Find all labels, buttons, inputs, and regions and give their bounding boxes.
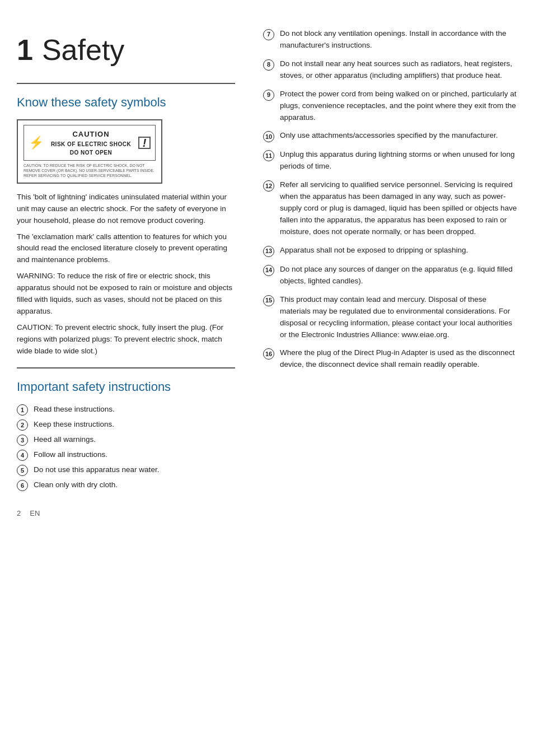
item-number-10: 10 [263, 131, 274, 142]
list-item: 8 Do not install near any heat sources s… [263, 58, 517, 82]
caution-box: ⚡ CAUTION RISK OF ELECTRIC SHOCKDO NOT O… [17, 119, 162, 184]
item-text-6: Clean only with dry cloth. [34, 479, 118, 491]
caution-inner: ⚡ CAUTION RISK OF ELECTRIC SHOCKDO NOT O… [24, 125, 156, 161]
list-item: 3 Heed all warnings. [17, 434, 235, 446]
item-number-9: 9 [263, 90, 274, 101]
paragraph-2: The 'exclamation mark' calls attention t… [17, 231, 235, 267]
exclamation-icon: ! [138, 137, 151, 149]
item-number-3: 3 [17, 435, 28, 446]
item-text-2: Keep these instructions. [34, 419, 114, 430]
item-number-1: 1 [17, 404, 28, 416]
item-number-11: 11 [263, 150, 274, 161]
item-number-7: 7 [263, 29, 274, 40]
caution-title: CAUTION [48, 129, 134, 140]
item-number-15: 15 [263, 295, 274, 306]
chapter-number: 1 [17, 28, 33, 72]
item-text-12: Refer all servicing to qualified service… [280, 179, 517, 238]
item-text-7: Do not block any ventilation openings. I… [280, 28, 517, 52]
caution-text-block: CAUTION RISK OF ELECTRIC SHOCKDO NOT OPE… [48, 129, 134, 157]
left-column: 1 Safety Know these safety symbols ⚡ CAU… [17, 28, 252, 519]
item-text-5: Do not use this apparatus near water. [34, 464, 159, 475]
item-number-2: 2 [17, 419, 28, 431]
list-item: 16 Where the plug of the Direct Plug-in … [263, 347, 517, 371]
list-item: 10 Only use attachments/accessories spec… [263, 130, 517, 142]
chapter-title: Safety [42, 28, 124, 72]
item-number-16: 16 [263, 348, 274, 360]
item-text-4: Follow all instructions. [34, 449, 107, 460]
item-text-14: Do not place any sources of danger on th… [280, 264, 517, 287]
item-number-6: 6 [17, 480, 28, 491]
list-item: 13 Apparatus shall not be exposed to dri… [263, 245, 517, 257]
right-safety-list: 7 Do not block any ventilation openings.… [263, 28, 517, 371]
caution-subtitle: RISK OF ELECTRIC SHOCKDO NOT OPEN [48, 140, 134, 157]
item-number-12: 12 [263, 180, 274, 192]
list-item: 14 Do not place any sources of danger on… [263, 264, 517, 287]
item-number-14: 14 [263, 265, 274, 276]
item-number-5: 5 [17, 465, 28, 476]
item-number-8: 8 [263, 59, 274, 71]
item-text-13: Apparatus shall not be exposed to drippi… [280, 245, 468, 256]
paragraph-4: CAUTION: To prevent electric shock, full… [17, 322, 235, 357]
left-safety-list: 1 Read these instructions. 2 Keep these … [17, 404, 235, 491]
chapter-heading: 1 Safety [17, 28, 235, 72]
item-text-15: This product may contain lead and mercur… [280, 294, 517, 341]
right-column: 7 Do not block any ventilation openings.… [252, 28, 517, 519]
lightning-icon: ⚡ [29, 133, 44, 152]
item-text-1: Read these instructions. [34, 404, 115, 415]
item-number-4: 4 [17, 450, 28, 461]
page-container: 1 Safety Know these safety symbols ⚡ CAU… [0, 17, 534, 530]
list-item: 15 This product may contain lead and mer… [263, 294, 517, 341]
caution-small-text: CAUTION: TO REDUCE THE RISK OF ELECTRIC … [24, 163, 156, 178]
item-text-8: Do not install near any heat sources suc… [280, 58, 517, 82]
know-section-heading: Know these safety symbols [17, 93, 235, 111]
list-item: 5 Do not use this apparatus near water. [17, 464, 235, 476]
paragraph-3: WARNING: To reduce the risk of fire or e… [17, 270, 235, 318]
page-number: 2 [17, 508, 21, 519]
list-item: 1 Read these instructions. [17, 404, 235, 416]
list-item: 12 Refer all servicing to qualified serv… [263, 179, 517, 238]
list-item: 9 Protect the power cord from being walk… [263, 88, 517, 124]
item-number-13: 13 [263, 246, 274, 257]
list-item: 11 Unplug this apparatus during lightnin… [263, 149, 517, 172]
footer: 2 EN [17, 508, 235, 519]
list-item: 7 Do not block any ventilation openings.… [263, 28, 517, 52]
item-text-16: Where the plug of the Direct Plug-in Ada… [280, 347, 517, 371]
list-item: 2 Keep these instructions. [17, 419, 235, 431]
top-divider [17, 83, 235, 84]
item-text-10: Only use attachments/accessories specifi… [280, 130, 498, 142]
item-text-9: Protect the power cord from being walked… [280, 88, 517, 124]
list-item: 6 Clean only with dry cloth. [17, 479, 235, 491]
middle-divider [17, 367, 235, 368]
item-text-11: Unplug this apparatus during lightning s… [280, 149, 517, 172]
paragraph-1: This 'bolt of lightning' indicates unins… [17, 192, 235, 227]
list-item: 4 Follow all instructions. [17, 449, 235, 461]
important-section-heading: Important safety instructions [17, 377, 235, 396]
language-code: EN [30, 508, 40, 519]
item-text-3: Heed all warnings. [34, 434, 96, 445]
